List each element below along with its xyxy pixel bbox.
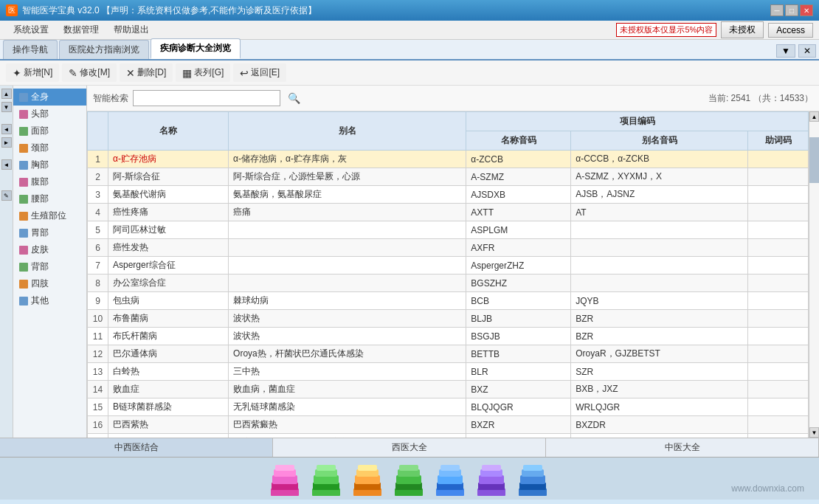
table-row[interactable]: 1 α-贮存池病 α-储存池病，α-贮存库病，灰 α-ZCCB α-CCCB，α… <box>88 151 809 168</box>
watermark: www.downxia.com <box>731 483 804 494</box>
table-row[interactable]: 13 白蛉热 三中热 BLR SZR <box>88 363 809 381</box>
table-btn[interactable]: ▦ 表列[G] <box>176 63 230 82</box>
sidebar-item-pifu[interactable]: 皮肤 <box>13 241 86 258</box>
main-table: 名称 别名 项目编码 名称音码 别名音码 助词码 1 α-贮存池病 α-储存池病… <box>87 111 809 438</box>
back-btn[interactable]: ↩ 返回[E] <box>233 63 286 82</box>
modify-btn[interactable]: ✎ 修改[M] <box>62 63 117 82</box>
book-stack-4[interactable] <box>393 462 426 496</box>
access-btn[interactable]: Access <box>768 23 813 38</box>
book-stack-6[interactable] <box>476 462 508 496</box>
scrollbar[interactable]: ▲ ▼ <box>809 111 819 438</box>
sidebar-icon-sizhi <box>19 280 28 289</box>
new-label: 新增[N] <box>24 66 52 79</box>
sidebar-label-weibu: 胃部 <box>31 227 49 239</box>
sidebar-item-shengzhi[interactable]: 生殖部位 <box>13 207 86 224</box>
cell-num: 5 <box>88 221 108 239</box>
search-input[interactable] <box>133 90 280 106</box>
nav-left-btn[interactable]: ◄ <box>1 124 12 134</box>
sidebar-item-mianbu[interactable]: 面部 <box>13 122 86 139</box>
cell-name: 阿-斯综合征 <box>108 168 229 186</box>
cell-alias-code: BXZDR <box>571 416 748 434</box>
sidebar-item-weibu[interactable]: 胃部 <box>13 224 86 241</box>
nav-down-btn[interactable]: ▼ <box>1 102 12 112</box>
table-row[interactable]: 4 癌性疼痛 癌痛 AXTT AT <box>88 204 809 221</box>
sidebar-item-xiongbu[interactable]: 胸部 <box>13 156 86 173</box>
tab-nav-btn[interactable]: ✕ <box>798 44 816 58</box>
delete-btn[interactable]: ✕ 删除[D] <box>120 63 173 82</box>
table-row[interactable]: 16 巴西紫热 巴西紫癜热 BXZR BXZDR <box>88 416 809 434</box>
nav-edit-btn[interactable]: ✎ <box>1 190 12 201</box>
bottom-tab-chinese[interactable]: 中医大全 <box>546 438 819 457</box>
maximize-btn[interactable]: □ <box>785 4 798 16</box>
cell-helper-code <box>748 381 809 398</box>
table-row[interactable]: 17 布氏菌病 波浪热，波型热，波状热流产热， BSJB BLR，BXR，BZR… <box>88 434 809 438</box>
back-icon: ↩ <box>240 67 249 79</box>
menu-help-exit[interactable]: 帮助退出 <box>106 21 156 38</box>
cell-name-code: AXTT <box>466 204 571 221</box>
sidebar-item-qita[interactable]: 其他 <box>13 292 86 309</box>
th-code-group: 项目编码 <box>466 112 809 131</box>
scroll-thumb <box>809 137 819 183</box>
tab-close-btn[interactable]: ▼ <box>776 44 795 58</box>
cell-alias: 无乳链球菌感染 <box>229 398 466 416</box>
table-row[interactable]: 15 B链球菌群感染 无乳链球菌感染 BLQJQGR WRLQJGR <box>88 398 809 416</box>
tab-disease-diagnosis[interactable]: 疾病诊断大全浏览 <box>151 38 241 59</box>
book-stack-3[interactable] <box>352 462 384 496</box>
bottom-tab-combined[interactable]: 中西医结合 <box>0 438 273 457</box>
close-btn[interactable]: ✕ <box>800 4 813 16</box>
new-btn[interactable]: ✦ 新增[N] <box>6 63 59 82</box>
cell-name-code: BETTB <box>466 345 571 363</box>
cell-alias: Oroya热，杆菌状巴尔通氏体感染 <box>229 345 466 363</box>
table-row[interactable]: 2 阿-斯综合征 阿-斯综合症，心源性晕厥，心源 A-SZMZ A-SZMZ，X… <box>88 168 809 186</box>
scroll-up-btn[interactable]: ▲ <box>809 111 819 122</box>
table-row[interactable]: 12 巴尔通体病 Oroya热，杆菌状巴尔通氏体感染 BETTB OroyaR，… <box>88 345 809 363</box>
sidebar-label-xiongbu: 胸部 <box>31 159 49 171</box>
book-stack-7[interactable] <box>517 462 550 496</box>
table-row[interactable]: 9 包虫病 棘球幼病 BCB JQYB <box>88 292 809 310</box>
table-row[interactable]: 5 阿司匹林过敏 ASPLGM <box>88 221 809 239</box>
bottom-icons: www.downxia.com <box>0 457 819 500</box>
nav-right-btn[interactable]: ► <box>1 137 12 148</box>
book-stack-5[interactable] <box>435 462 467 496</box>
sidebar-item-quanshen[interactable]: 全身 <box>13 89 86 106</box>
table-row[interactable]: 3 氨基酸代谢病 氨基酸病，氨基酸尿症 AJSDXB AJSB，AJSNZ <box>88 186 809 204</box>
sidebar-item-jingbu[interactable]: 颈部 <box>13 139 86 156</box>
minimize-btn[interactable]: ─ <box>770 4 784 16</box>
sidebar-item-sizhi[interactable]: 四肢 <box>13 275 86 292</box>
cell-name: 氨基酸代谢病 <box>108 186 229 204</box>
sidebar-item-tobu[interactable]: 头部 <box>13 106 86 122</box>
sidebar-item-beibu[interactable]: 背部 <box>13 258 86 275</box>
cell-name-code: BLQJQGR <box>466 398 571 416</box>
cell-alias: 波浪热，波型热，波状热流产热， <box>229 434 466 438</box>
table-icon: ▦ <box>182 67 192 79</box>
cell-alias-code: α-CCCB，α-ZCKB <box>571 151 748 168</box>
table-row[interactable]: 6 癌性发热 AXFR <box>88 239 809 257</box>
sidebar-item-yaobu[interactable]: 腰部 <box>13 190 86 207</box>
scroll-down-btn[interactable]: ▼ <box>809 427 819 438</box>
bottom-tab-western[interactable]: 西医大全 <box>273 438 546 457</box>
new-icon: ✦ <box>13 67 21 79</box>
menu-system-settings[interactable]: 系统设置 <box>6 21 56 38</box>
scroll-track[interactable] <box>809 122 819 427</box>
table-row[interactable]: 8 办公室综合症 BGSZHZ <box>88 275 809 292</box>
menu-data-management[interactable]: 数据管理 <box>56 21 106 38</box>
sidebar-item-fubu[interactable]: 腹部 <box>13 173 86 190</box>
cell-helper-code <box>748 345 809 363</box>
tab-hospital-guide[interactable]: 医院处方指南浏览 <box>59 40 149 59</box>
book-stack-1[interactable] <box>269 462 302 496</box>
search-btn[interactable]: 🔍 <box>285 92 303 104</box>
cell-alias: 阿-斯综合症，心源性晕厥，心源 <box>229 168 466 186</box>
nav-up-btn[interactable]: ▲ <box>1 89 12 99</box>
table-row[interactable]: 7 Asperger综合征 AspergerZHZ <box>88 257 809 275</box>
tab-operation-guide[interactable]: 操作导航 <box>3 40 58 59</box>
nav-prev-btn[interactable]: ◄ <box>1 159 12 170</box>
th-name-code: 名称音码 <box>466 131 571 151</box>
sidebar-label-qita: 其他 <box>31 294 49 307</box>
unauthorized-btn[interactable]: 未授权 <box>721 21 764 38</box>
table-row[interactable]: 14 败血症 败血病，菌血症 BXZ BXB，JXZ <box>88 381 809 398</box>
book-stack-2[interactable] <box>311 462 343 496</box>
table-row[interactable]: 11 布氏杆菌病 波状热 BSGJB BZR <box>88 328 809 345</box>
sidebar-icon-pifu <box>19 246 28 255</box>
table-row[interactable]: 10 布鲁菌病 波状热 BLJB BZR <box>88 310 809 328</box>
data-table[interactable]: 名称 别名 项目编码 名称音码 别名音码 助词码 1 α-贮存池病 α-储存池病… <box>87 111 809 438</box>
